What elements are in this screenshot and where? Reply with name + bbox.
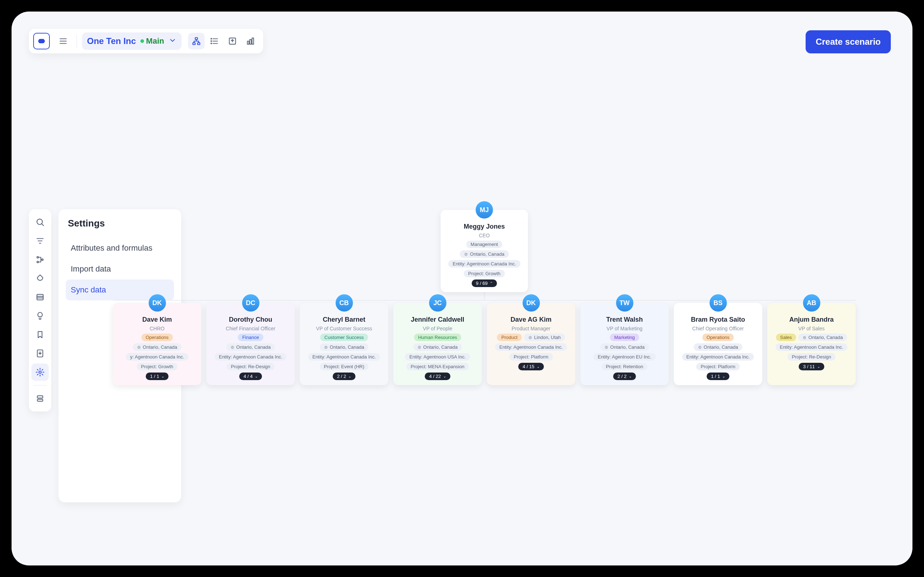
entity-pill: Entity: Agentnoon Canada Inc.: [448, 260, 520, 268]
org-node[interactable]: BSBram Ryota SaitoChief Operating Office…: [674, 303, 762, 385]
project-pill: Project: Event (HR): [320, 363, 368, 371]
svg-rect-15: [252, 38, 254, 44]
org-chart: MJ Meggy Jones CEO Management Ontario, C…: [113, 210, 856, 385]
app-logo[interactable]: [33, 33, 50, 49]
badge-row: SalesOntario, Canada: [775, 334, 847, 341]
person-title: VP of Sales: [798, 326, 825, 331]
entity-pill: Entity: Agentnoon Canada Inc.: [682, 353, 754, 361]
download-icon[interactable]: [31, 345, 49, 362]
svg-rect-29: [37, 396, 43, 398]
project-pill: Project: Platform: [509, 353, 552, 361]
person-title: Product Manager: [512, 326, 551, 331]
avatar: DC: [242, 294, 259, 311]
avatar: DK: [149, 294, 166, 311]
count-pill[interactable]: 4 / 15: [518, 363, 544, 371]
count-pill[interactable]: 2 / 2: [333, 372, 355, 380]
avatar: DK: [522, 294, 540, 311]
project-pill: Project: Re-Design: [788, 353, 835, 361]
person-title: Chief Financial Officer: [226, 326, 275, 331]
org-node-root[interactable]: MJ Meggy Jones CEO Management Ontario, C…: [441, 210, 528, 292]
table-icon[interactable]: [31, 288, 49, 306]
project-pill: Project: Platform: [696, 363, 740, 371]
org-node[interactable]: CBCheryl BarnetVP of Customer SuccessCus…: [300, 303, 388, 385]
person-name: Cheryl Barnet: [323, 316, 365, 324]
project-pill: Project: Growth: [464, 270, 505, 277]
person-name: Jennifer Caldwell: [411, 316, 464, 324]
avatar: MJ: [476, 201, 493, 219]
view-orgchart-button[interactable]: [188, 33, 205, 49]
dept-pill: Human Resources: [414, 334, 461, 341]
person-name: Meggy Jones: [464, 223, 505, 230]
org-selector[interactable]: One Ten Inc Main: [82, 32, 181, 50]
location-pill: Ontario, Canada: [600, 343, 649, 351]
count-pill[interactable]: 3 / 11: [799, 363, 824, 371]
org-children-row: DKDave KimCHROOperationsOntario, Canaday…: [113, 303, 856, 385]
theme-icon[interactable]: [31, 270, 49, 287]
count-pill[interactable]: 2 / 2: [613, 372, 636, 380]
avatar: BS: [709, 294, 727, 311]
dept-pill: Marketing: [610, 334, 639, 341]
org-node[interactable]: DKDave KimCHROOperationsOntario, Canaday…: [113, 303, 201, 385]
svg-rect-13: [247, 41, 249, 44]
connector-line: [113, 300, 856, 300]
entity-pill: Entity: Agentnoon USA Inc.: [405, 353, 470, 361]
settings-icon[interactable]: [31, 364, 49, 381]
location-pill: Ontario, Canada: [133, 343, 181, 351]
avatar: TW: [616, 294, 633, 311]
org-name: One Ten Inc: [87, 36, 136, 46]
person-name: Dave AG Kim: [511, 316, 551, 324]
status-dot-icon: [141, 39, 144, 43]
person-title: CHRO: [150, 326, 165, 331]
location-pill: Ontario, Canada: [798, 334, 847, 341]
svg-rect-14: [250, 40, 251, 44]
svg-rect-24: [37, 294, 43, 300]
collapse-icon[interactable]: [31, 390, 49, 407]
left-rail: [29, 209, 51, 411]
toolbar-separator: [76, 35, 77, 48]
dept-pill: Management: [466, 240, 502, 248]
tree-config-icon[interactable]: [31, 251, 49, 268]
view-analytics-button[interactable]: [242, 33, 259, 49]
count-pill[interactable]: 1 / 1: [146, 372, 168, 380]
dept-pill: Finance: [238, 334, 263, 341]
person-title: VP of Marketing: [607, 326, 643, 331]
branch-label: Main: [146, 36, 164, 46]
person-name: Trent Walsh: [606, 316, 643, 324]
person-name: Bram Ryota Saito: [691, 316, 745, 324]
view-list-button[interactable]: [206, 33, 223, 49]
svg-point-11: [211, 43, 212, 44]
project-pill: Project: Growth: [137, 363, 178, 371]
dept-pill: Product: [497, 334, 522, 341]
org-node[interactable]: JCJennifer CaldwellVP of PeopleHuman Res…: [393, 303, 482, 385]
org-node[interactable]: DCDorothy ChouChief Financial OfficerFin…: [207, 303, 295, 385]
org-node[interactable]: DKDave AG KimProduct ManagerProductLindo…: [487, 303, 575, 385]
branch-chip: Main: [141, 36, 164, 46]
avatar: AB: [803, 294, 820, 311]
location-pill: Ontario, Canada: [226, 343, 275, 351]
insights-icon[interactable]: [31, 307, 49, 324]
avatar: CB: [335, 294, 353, 311]
bookmark-icon[interactable]: [31, 326, 49, 343]
dept-pill: Customer Success: [320, 334, 368, 341]
org-node[interactable]: ABAnjum BandraVP of SalesSalesOntario, C…: [767, 303, 856, 385]
svg-point-28: [39, 371, 42, 374]
menu-icon[interactable]: [55, 33, 71, 49]
view-export-button[interactable]: [224, 33, 241, 49]
entity-pill: y: Agentnoon Canada Inc.: [126, 353, 188, 361]
project-pill: Project: Retention: [602, 363, 648, 371]
count-pill[interactable]: 9 / 69: [472, 279, 498, 287]
org-node[interactable]: TWTrent WalshVP of MarketingMarketingOnt…: [580, 303, 669, 385]
count-pill[interactable]: 4 / 4: [239, 372, 262, 380]
person-name: Dave Kim: [142, 316, 172, 324]
entity-pill: Entity: Agentnoon EU Inc.: [593, 353, 656, 361]
create-scenario-button[interactable]: Create scenario: [806, 30, 891, 53]
project-pill: Project: MENA Expansion: [406, 363, 469, 371]
search-icon[interactable]: [31, 213, 49, 231]
count-pill[interactable]: 4 / 22: [425, 372, 451, 380]
svg-line-17: [42, 224, 43, 226]
filter-icon[interactable]: [31, 232, 49, 250]
rail-separator: [33, 385, 47, 385]
dept-pill: Sales: [775, 334, 796, 341]
location-pill: Ontario, Canada: [413, 343, 462, 351]
count-pill[interactable]: 1 / 1: [707, 372, 729, 380]
